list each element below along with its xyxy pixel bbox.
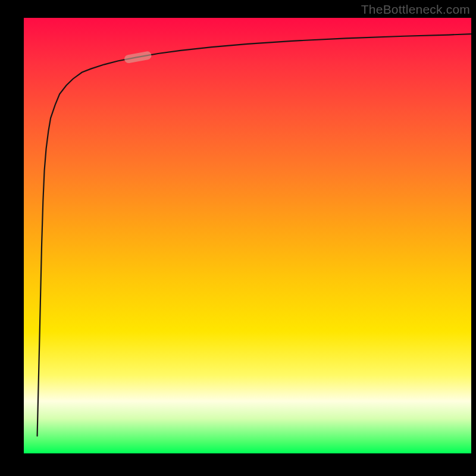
curve-marker: [124, 51, 152, 64]
watermark-text: TheBottleneck.com: [361, 2, 470, 17]
svg-rect-0: [124, 51, 152, 64]
bottleneck-curve: [37, 34, 471, 436]
plot-area: [24, 18, 471, 453]
curve-svg: [24, 18, 471, 453]
chart-frame: TheBottleneck.com: [0, 0, 476, 476]
